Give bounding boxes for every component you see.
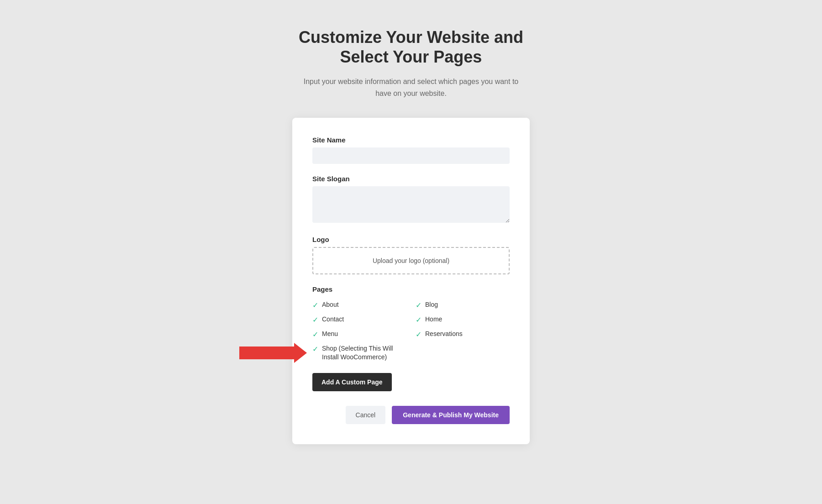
cancel-button[interactable]: Cancel	[346, 406, 386, 424]
page-item-menu: ✓ Menu	[312, 330, 406, 339]
page-item-about: ✓ About	[312, 300, 406, 310]
site-name-field-group: Site Name	[312, 136, 510, 164]
check-icon-menu: ✓	[312, 330, 318, 339]
page-label-reservations: Reservations	[425, 330, 463, 339]
check-icon-shop: ✓	[312, 345, 318, 353]
page-subtitle: Input your website information and selec…	[301, 76, 521, 99]
page-label-blog: Blog	[425, 300, 438, 310]
generate-publish-button[interactable]: Generate & Publish My Website	[392, 406, 510, 424]
add-custom-page-button[interactable]: Add A Custom Page	[312, 373, 392, 391]
page-item-shop: ✓ Shop (Selecting This Will Install WooC…	[312, 344, 406, 362]
site-name-label: Site Name	[312, 136, 510, 144]
logo-label: Logo	[312, 236, 510, 243]
page-title: Customize Your Website and Select Your P…	[299, 27, 523, 67]
form-card: Site Name Site Slogan Logo Upload your l…	[292, 118, 530, 444]
page-label-menu: Menu	[322, 330, 338, 339]
check-icon-about: ✓	[312, 301, 318, 310]
arrow-annotation	[239, 346, 294, 359]
logo-upload-area[interactable]: Upload your logo (optional)	[312, 247, 510, 274]
check-icon-home: ✓	[416, 315, 422, 324]
page-label-shop: Shop (Selecting This Will Install WooCom…	[322, 344, 406, 362]
check-icon-reservations: ✓	[416, 330, 422, 339]
page-label-about: About	[322, 300, 339, 310]
pages-grid: ✓ About ✓ Blog ✓ Contact ✓ Home ✓ Menu	[312, 300, 510, 362]
site-name-input[interactable]	[312, 147, 510, 164]
pages-label: Pages	[312, 285, 510, 293]
page-item-home: ✓ Home	[416, 315, 510, 324]
logo-field-group: Logo Upload your logo (optional)	[312, 236, 510, 274]
site-slogan-field-group: Site Slogan	[312, 175, 510, 225]
pages-field-group: Pages ✓ About ✓ Blog ✓ Contact ✓ Home ✓	[312, 285, 510, 362]
page-label-contact: Contact	[322, 315, 344, 324]
site-slogan-label: Site Slogan	[312, 175, 510, 183]
page-label-home: Home	[425, 315, 442, 324]
page-item-reservations: ✓ Reservations	[416, 330, 510, 339]
arrow-body	[239, 346, 294, 359]
check-icon-blog: ✓	[416, 301, 422, 310]
page-item-contact: ✓ Contact	[312, 315, 406, 324]
footer-actions: Cancel Generate & Publish My Website	[312, 406, 510, 424]
check-icon-contact: ✓	[312, 315, 318, 324]
page-item-blog: ✓ Blog	[416, 300, 510, 310]
site-slogan-input[interactable]	[312, 186, 510, 223]
